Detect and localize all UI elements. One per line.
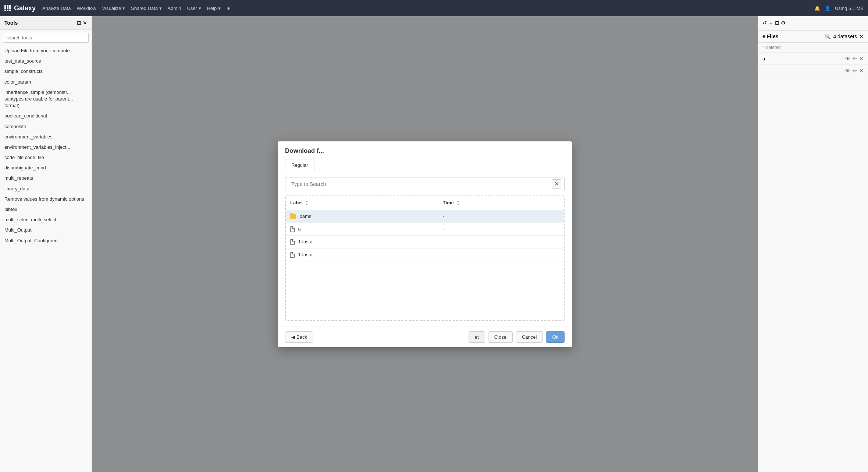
sidebar-item[interactable]: library_data [0, 184, 92, 194]
col-time[interactable]: Time ▲▼ [438, 196, 564, 210]
search-input[interactable] [3, 33, 89, 43]
right-panel-item[interactable]: a 👁 ✏ ✕ [758, 53, 868, 65]
row-name: bams [286, 210, 438, 222]
sidebar-icons[interactable]: ⊞ ✕ [77, 20, 87, 26]
nav-workflow[interactable]: Workflow [77, 6, 96, 11]
sidebar-item-remove-values[interactable]: Remove values from dynamic options [0, 194, 92, 204]
sidebar-item[interactable]: multi_select multi_select [0, 215, 92, 225]
footer-left: ◀ Back [285, 331, 466, 343]
file-search-input[interactable] [288, 177, 552, 191]
modal: Download f... Regular ✕ [278, 141, 572, 347]
sidebar-item[interactable]: Upload File from your compute... [0, 46, 92, 56]
delete-icon[interactable]: ✕ [859, 56, 864, 61]
extra-button[interactable]: et [469, 331, 485, 343]
nav-visualize[interactable]: Visualize ▾ [102, 6, 125, 11]
table-row[interactable]: a - [286, 222, 564, 235]
table-row[interactable]: 1.fasta - [286, 235, 564, 248]
sidebar: Tools ⊞ ✕ Upload File from your compute.… [0, 16, 92, 472]
nav-help[interactable]: Help ▾ [207, 6, 221, 11]
nav-analyze[interactable]: Analyze Data [42, 6, 71, 11]
brand[interactable]: Galaxy [4, 4, 36, 12]
modal-header: Download f... Regular [278, 141, 572, 171]
main-layout: Tools ⊞ ✕ Upload File from your compute.… [0, 16, 868, 472]
clear-search-button[interactable]: ✕ [552, 179, 561, 189]
sidebar-item[interactable]: bibtex [0, 204, 92, 215]
row-name: 1.fasta [286, 235, 438, 248]
navbar: Galaxy Analyze Data Workflow Visualize ▾… [0, 0, 868, 16]
col-time-text: Time [443, 200, 454, 205]
sidebar-item[interactable]: simple_constructs [0, 66, 92, 77]
col-label[interactable]: Label ▲▼ [286, 196, 438, 210]
close-button[interactable]: Close [488, 331, 513, 343]
sidebar-item[interactable]: multi_repeats [0, 173, 92, 183]
navbar-right: 🔔 👤 Using 6.1 MB [814, 6, 864, 11]
sidebar-item[interactable]: test_data_source [0, 56, 92, 66]
edit-icon[interactable]: ✏ [853, 68, 857, 74]
sidebar-item[interactable]: environment_variables [0, 132, 92, 142]
back-button[interactable]: ◀ Back [285, 331, 313, 343]
navbar-links: Analyze Data Workflow Visualize ▾ Shared… [42, 6, 231, 11]
item-label: a [762, 56, 765, 61]
nav-apps[interactable]: ⊞ [227, 6, 231, 11]
nav-user[interactable]: User ▾ [187, 6, 201, 11]
brand-name: Galaxy [14, 4, 36, 12]
sidebar-title: Tools [4, 20, 18, 26]
modal-body: ✕ Label ▲▼ [278, 171, 572, 327]
datasets-label: 4 datasets [833, 34, 857, 39]
item-actions: 👁 ✏ ✕ [845, 56, 864, 61]
row-time: - [438, 210, 564, 222]
right-panel-title: e Files [762, 34, 779, 39]
sidebar-item[interactable]: code_file code_file [0, 152, 92, 163]
table-row[interactable]: bams - [286, 210, 564, 222]
datasets-close-icon[interactable]: ✕ [859, 34, 864, 39]
table-row[interactable]: 1.fastq - [286, 248, 564, 261]
nav-bell[interactable]: 🔔 [814, 6, 820, 11]
sidebar-search-container [0, 30, 92, 46]
row-name: 1.fastq [286, 248, 438, 261]
sidebar-item[interactable]: Multi_Output_Configured [0, 236, 92, 246]
file-browser: Label ▲▼ Time ▲▼ [285, 196, 565, 321]
sidebar-item[interactable]: composite [0, 121, 92, 132]
tab-regular[interactable]: Regular [285, 159, 314, 171]
sidebar-header: Tools ⊞ ✕ [0, 16, 92, 30]
datasets-search-icon[interactable]: 🔍 [825, 34, 831, 39]
item-actions: 👁 ✏ ✕ [845, 68, 864, 74]
cancel-button[interactable]: Cancel [516, 331, 543, 343]
modal-footer: ◀ Back et Close Cancel Ok [278, 327, 572, 347]
row-time: - [438, 235, 564, 248]
sidebar-item[interactable]: Multi_Output [0, 225, 92, 235]
view-icon[interactable]: 👁 [845, 56, 850, 61]
search-bar: ✕ [285, 177, 565, 191]
delete-icon[interactable]: ✕ [859, 68, 864, 74]
content-area: Download f... Regular ✕ [92, 16, 758, 472]
back-label: Back [296, 334, 307, 340]
sort-time-icon: ▲▼ [456, 200, 459, 206]
nav-user-icon[interactable]: 👤 [825, 6, 830, 11]
sidebar-item[interactable]: color_param [0, 77, 92, 87]
back-arrow-icon: ◀ [291, 334, 295, 340]
folder-icon [290, 214, 296, 219]
doc-icon [290, 226, 295, 232]
edit-icon[interactable]: ✏ [853, 56, 857, 61]
sidebar-item[interactable]: disambiguate_cond [0, 163, 92, 173]
nav-admin[interactable]: Admin [168, 6, 181, 11]
modal-title: Download f... [285, 147, 565, 155]
deleted-label: 4 deleted [758, 43, 868, 53]
view-icon[interactable]: 👁 [845, 68, 850, 74]
sidebar-item[interactable]: inheritance_simple (demonstr...subtypes … [0, 87, 92, 111]
doc-icon [290, 239, 295, 245]
row-time: - [438, 248, 564, 261]
nav-shared[interactable]: Shared Data ▾ [131, 6, 162, 11]
right-panel-icons-top[interactable]: ↺ ＋ ⊟ ⚙ [762, 20, 786, 27]
nav-memory: Using 6.1 MB [835, 6, 864, 11]
sidebar-item[interactable]: boolean_conditional [0, 111, 92, 121]
sidebar-item[interactable]: environment_variables_inject... [0, 142, 92, 152]
modal-tabs: Regular [285, 159, 565, 171]
modal-backdrop: Download f... Regular ✕ [92, 16, 758, 472]
row-name: a [286, 222, 438, 235]
right-panel-item[interactable]: 👁 ✏ ✕ [758, 65, 868, 77]
ok-button[interactable]: Ok [546, 331, 565, 343]
file-table: Label ▲▼ Time ▲▼ [286, 196, 564, 261]
right-panel-header: ↺ ＋ ⊟ ⚙ [758, 16, 868, 31]
doc-icon [290, 252, 295, 258]
